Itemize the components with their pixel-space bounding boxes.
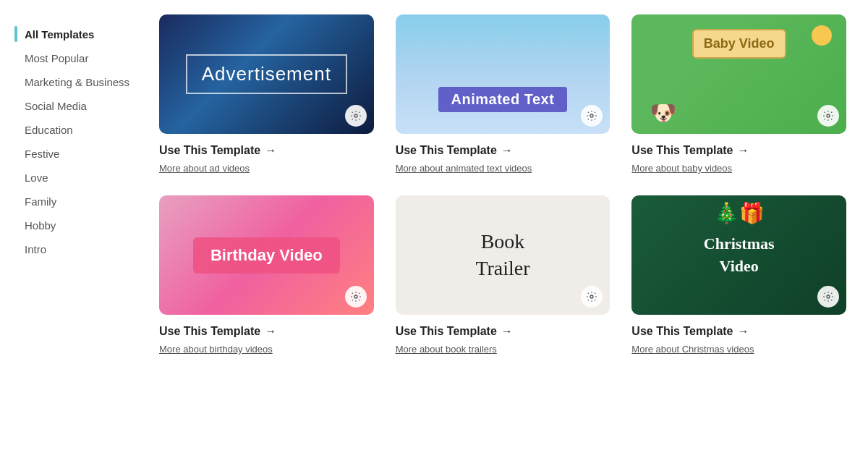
sidebar-item-label: Hobby (25, 218, 56, 233)
sidebar-item-label: Festive (25, 146, 59, 161)
use-template-button-ad[interactable]: Use This Template → (159, 144, 374, 157)
template-settings-icon[interactable] (581, 105, 603, 127)
sidebar-item-social-media[interactable]: Social Media (14, 94, 130, 118)
more-link-christmas[interactable]: More about Christmas videos (631, 344, 846, 355)
svg-point-0 (354, 114, 357, 117)
baby-title-label: Baby Video (692, 29, 786, 59)
use-template-button-baby[interactable]: Use This Template → (631, 144, 846, 157)
arrow-icon: → (501, 144, 513, 157)
more-link-book[interactable]: More about book trailers (396, 344, 610, 355)
template-settings-icon[interactable] (817, 286, 839, 308)
thumbnail-christmas[interactable]: 🎄🎁 ChristmasVideo (631, 195, 846, 315)
sidebar-item-education[interactable]: Education (14, 118, 130, 142)
svg-point-3 (354, 295, 357, 298)
thumbnail-baby[interactable]: Baby Video 🐶 (631, 14, 846, 134)
use-template-button-christmas[interactable]: Use This Template → (631, 325, 846, 338)
template-card-book: BookTrailer Use This Template → More abo… (396, 195, 610, 355)
use-template-button-birthday[interactable]: Use This Template → (159, 325, 374, 338)
sidebar-item-label: Most Popular (25, 51, 88, 66)
ad-title-label: Advertisement (186, 54, 347, 94)
arrow-icon: → (265, 144, 276, 157)
use-template-label: Use This Template (631, 325, 733, 338)
template-settings-icon[interactable] (581, 286, 603, 308)
arrow-icon: → (738, 144, 749, 157)
more-link-animated[interactable]: More about animated text videos (396, 163, 610, 174)
sidebar-item-label: Love (25, 170, 48, 185)
arrow-icon: → (501, 325, 513, 338)
template-settings-icon[interactable] (345, 105, 367, 127)
template-card-animated: Animated Text Use This Template → More a… (396, 14, 610, 174)
sidebar-item-marketing[interactable]: Marketing & Business (14, 70, 130, 94)
main-content: Advertisement Use This Template → More a… (145, 0, 868, 453)
template-card-birthday: Birthday Video Use This Template → More … (159, 195, 374, 355)
sidebar-item-intro[interactable]: Intro (14, 237, 130, 261)
sidebar-item-label: Family (25, 194, 56, 209)
arrow-icon: → (265, 325, 276, 338)
sidebar-item-hobby[interactable]: Hobby (14, 213, 130, 237)
sidebar-item-family[interactable]: Family (14, 190, 130, 213)
use-template-button-book[interactable]: Use This Template → (396, 325, 610, 338)
sidebar-item-all-templates[interactable]: All Templates (14, 22, 130, 46)
sidebar-item-label: All Templates (25, 27, 94, 42)
birthday-title-label: Birthday Video (193, 237, 340, 274)
active-indicator (14, 26, 17, 42)
sidebar-item-label: Marketing & Business (25, 75, 129, 90)
animated-title-label: Animated Text (438, 87, 568, 112)
thumbnail-birthday[interactable]: Birthday Video (159, 195, 374, 315)
more-link-ad[interactable]: More about ad videos (159, 163, 374, 174)
sidebar-item-label: Education (25, 122, 73, 137)
sidebar-item-love[interactable]: Love (14, 166, 130, 190)
thumbnail-ad[interactable]: Advertisement (159, 14, 374, 134)
sidebar-item-festive[interactable]: Festive (14, 142, 130, 166)
sidebar-item-most-popular[interactable]: Most Popular (14, 46, 130, 70)
arrow-icon: → (738, 325, 749, 338)
sidebar-item-label: Intro (25, 242, 46, 257)
svg-point-5 (827, 295, 830, 298)
svg-point-1 (590, 114, 593, 117)
template-card-christmas: 🎄🎁 ChristmasVideo Use This Template → Mo… (631, 195, 846, 355)
use-template-label: Use This Template (396, 144, 497, 157)
template-settings-icon[interactable] (345, 286, 367, 308)
dog-decoration: 🐶 (650, 100, 676, 125)
more-link-birthday[interactable]: More about birthday videos (159, 344, 374, 355)
use-template-label: Use This Template (159, 325, 260, 338)
templates-grid: Advertisement Use This Template → More a… (159, 14, 846, 355)
template-card-baby: Baby Video 🐶 Use This Template → More ab… (631, 14, 846, 174)
svg-point-2 (827, 114, 830, 117)
thumbnail-book[interactable]: BookTrailer (396, 195, 610, 315)
use-template-label: Use This Template (631, 144, 733, 157)
template-card-ad: Advertisement Use This Template → More a… (159, 14, 374, 174)
sidebar-item-label: Social Media (25, 98, 87, 114)
book-title-label: BookTrailer (475, 229, 529, 281)
sidebar: All Templates Most Popular Marketing & B… (0, 0, 145, 453)
use-template-button-animated[interactable]: Use This Template → (396, 144, 610, 157)
use-template-label: Use This Template (159, 144, 260, 157)
use-template-label: Use This Template (396, 325, 497, 338)
sun-decoration (812, 25, 832, 46)
template-settings-icon[interactable] (817, 105, 839, 127)
svg-point-4 (590, 295, 593, 298)
more-link-baby[interactable]: More about baby videos (631, 163, 846, 174)
thumbnail-animated[interactable]: Animated Text (396, 14, 610, 134)
ornaments-decoration: 🎄🎁 (714, 201, 765, 225)
christmas-title-label: ChristmasVideo (704, 233, 775, 278)
